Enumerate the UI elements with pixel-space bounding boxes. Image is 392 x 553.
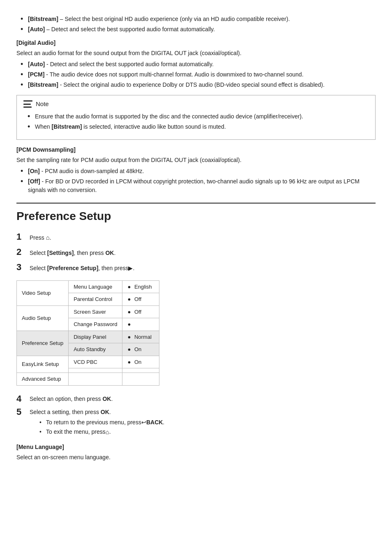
digital-audio-bullets: [Auto] - Detect and select the best supp… <box>16 60 376 89</box>
note-text-2b: is selected, interactive audio like butt… <box>82 123 226 130</box>
step-5-sub-1-end: . <box>163 418 164 427</box>
dot-7: ● <box>127 359 131 365</box>
auto-standby-value: ● On <box>122 343 159 356</box>
step-2-settings: [Settings] <box>47 250 74 256</box>
settings-table: Video Setup Menu Language ● English Pare… <box>16 280 159 386</box>
screen-saver-setting: Screen Saver <box>69 305 122 318</box>
step-2: 2 Select [Settings], then press OK. <box>16 245 376 259</box>
intro-bullet-list: [Bitstream] – Select the best original H… <box>16 15 376 34</box>
step-5-sub-2-end: . <box>109 428 111 436</box>
pcm-heading: [PCM Downsampling] <box>16 146 376 154</box>
dot-6: ● <box>127 346 131 352</box>
pcm-off-bullet: [Off] - For BD or DVD recorded in LPCM w… <box>16 177 376 194</box>
table-row: EasyLink Setup VCD PBC ● On <box>17 356 159 368</box>
auto-desc-1: – Detect and select the best supported a… <box>46 26 215 32</box>
menu-language-section: [Menu Language] Select an on-screen menu… <box>16 443 376 462</box>
step-5: 5 Select a setting, then press OK. To re… <box>16 406 376 438</box>
advanced-empty-value <box>122 373 159 386</box>
note-text-1: Ensure that the audio format is supporte… <box>35 113 303 120</box>
step-5-number: 5 <box>16 406 30 418</box>
advanced-setup-cell: Advanced Setup <box>17 373 69 386</box>
step-5-content: Select a setting, then press OK. To retu… <box>30 406 164 438</box>
step-3-number: 3 <box>16 260 30 274</box>
pcm-off-desc: - For BD or DVD recorded in LPCM without… <box>28 178 360 193</box>
menu-language-value: ● English <box>122 280 159 293</box>
screen-saver-value: ● Off <box>122 305 159 318</box>
parental-control-setting: Parental Control <box>69 293 122 306</box>
step-4-number: 4 <box>16 393 30 405</box>
step-1: 1 Press ⌂. <box>16 230 376 243</box>
audio-setup-cell: Audio Setup <box>17 305 69 331</box>
step-3: 3 Select [Preference Setup], then press▶… <box>16 260 376 274</box>
dot-1: ● <box>127 284 131 290</box>
step-5-sub-1: To return to the previous menu, press ↩ … <box>38 418 164 427</box>
preference-setup-cell: Preference Setup <box>17 331 69 356</box>
dot-5: ● <box>127 334 131 340</box>
section-divider <box>16 203 376 204</box>
note-label: Note <box>36 99 49 109</box>
dot-3: ● <box>127 309 131 315</box>
steps-1-3: 1 Press ⌂. 2 Select [Settings], then pre… <box>16 230 376 274</box>
step-5-sub-1-text: To return to the previous menu, press <box>46 418 141 427</box>
intro-bullet-2: [Auto] – Detect and select the best supp… <box>16 25 376 34</box>
digital-audio-heading: [Digital Audio] <box>16 39 376 47</box>
table-row-highlighted: Preference Setup Display Panel ● Normal <box>17 331 159 343</box>
back-icon: ↩ <box>141 418 146 427</box>
intro-bullet-1: [Bitstream] – Select the best original H… <box>16 15 376 23</box>
digital-auto-term: [Auto] <box>28 61 45 67</box>
note-bullets: Ensure that the audio format is supporte… <box>23 112 369 131</box>
change-password-value: ● <box>122 318 159 331</box>
home-icon-step1: ⌂ <box>46 234 50 241</box>
table-row: Video Setup Menu Language ● English <box>17 280 159 293</box>
change-password-setting: Change Password <box>69 318 122 331</box>
preference-setup-title: Preference Setup <box>16 208 376 225</box>
vcd-pbc-setting: VCD PBC <box>69 356 122 368</box>
digital-pcm-bullet: [PCM] - The audio device does not suppor… <box>16 70 376 79</box>
digital-auto-desc: - Detect and select the best supported a… <box>46 61 214 67</box>
video-setup-cell: Video Setup <box>17 280 69 305</box>
note-item-1: Ensure that the audio format is supporte… <box>23 112 369 121</box>
menu-language-text: Select an on-screen menu language. <box>16 453 376 462</box>
digital-pcm-term: [PCM] <box>28 71 44 78</box>
step-2-ok: OK <box>105 250 114 256</box>
pcm-section: [PCM Downsampling] Set the sampling rate… <box>16 146 376 194</box>
digital-bitstream-term: [Bitstream] <box>28 81 58 88</box>
pcm-bullets: [On] - PCM audio is down-sampled at 48kH… <box>16 167 376 194</box>
empty-setting <box>69 368 122 373</box>
dot-4: ● <box>127 321 131 327</box>
step-1-text: Press ⌂. <box>30 233 51 243</box>
step-5-ok: OK <box>101 409 109 415</box>
auto-standby-setting: Auto Standby <box>69 343 122 356</box>
step-5-sub-2-text: To exit the menu, press <box>46 428 106 436</box>
menu-language-setting: Menu Language <box>69 280 122 293</box>
pcm-on-bullet: [On] - PCM audio is down-sampled at 48kH… <box>16 167 376 176</box>
arrow-icon: ▶ <box>128 265 133 271</box>
step-5-sub-2: To exit the menu, press ⌂ . <box>38 428 164 437</box>
menu-language-heading: [Menu Language] <box>16 443 376 451</box>
step-2-text: Select [Settings], then press OK. <box>30 249 115 257</box>
easylink-setup-cell: EasyLink Setup <box>17 356 69 373</box>
digital-bitstream-desc: - Select the original audio to experienc… <box>60 81 325 88</box>
vcd-pbc-value: ● On <box>122 356 159 368</box>
pcm-intro: Set the sampling rate for PCM audio outp… <box>16 156 376 164</box>
dot-2: ● <box>127 296 131 302</box>
step-3-pref: [Preference Setup] <box>47 265 98 271</box>
pcm-on-desc: - PCM audio is down-sampled at 48kHz. <box>42 168 144 174</box>
note-text-2a: When <box>35 123 51 130</box>
note-item-2: When [Bitstream] is selected, interactiv… <box>23 123 369 131</box>
digital-auto-bullet: [Auto] - Detect and select the best supp… <box>16 60 376 69</box>
pcm-on-term: [On] <box>28 168 40 174</box>
auto-term-1: [Auto] <box>28 26 45 32</box>
steps-4-5: 4 Select an option, then press OK. 5 Sel… <box>16 393 376 438</box>
bitstream-desc-1: – Select the best original HD audio expe… <box>60 16 290 22</box>
step-4-ok: OK <box>102 396 111 402</box>
digital-bitstream-bullet: [Bitstream] - Select the original audio … <box>16 81 376 89</box>
digital-pcm-desc: - The audio device does not support mult… <box>46 71 303 78</box>
step-3-text: Select [Preference Setup], then press▶. <box>30 264 134 273</box>
step-1-number: 1 <box>16 230 30 243</box>
display-panel-value: ● Normal <box>122 331 159 343</box>
digital-audio-section: [Digital Audio] Select an audio format f… <box>16 39 376 89</box>
step-2-number: 2 <box>16 245 30 259</box>
home-icon-step5: ⌂ <box>106 428 109 437</box>
bitstream-term-1: [Bitstream] <box>28 16 58 22</box>
